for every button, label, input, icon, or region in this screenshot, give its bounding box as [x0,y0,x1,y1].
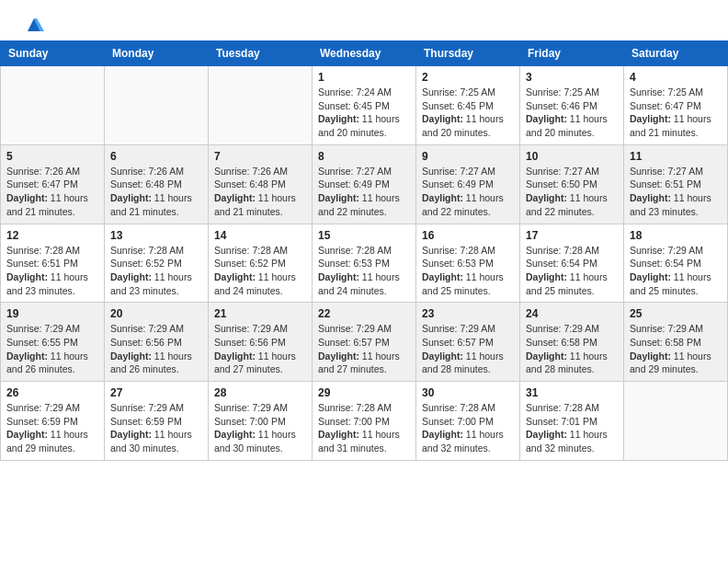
day-number: 5 [6,150,98,163]
day-number: 21 [214,307,306,320]
day-number: 31 [526,386,618,399]
calendar-cell: 31Sunrise: 7:28 AMSunset: 7:01 PMDayligh… [520,382,624,461]
day-number: 30 [422,386,514,399]
day-number: 15 [318,229,410,242]
day-number: 3 [526,71,618,84]
calendar-week-row: 26Sunrise: 7:29 AMSunset: 6:59 PMDayligh… [1,382,728,461]
day-info: Sunrise: 7:28 AMSunset: 6:53 PMDaylight:… [318,244,410,298]
day-info: Sunrise: 7:29 AMSunset: 6:54 PMDaylight:… [630,244,722,298]
day-info: Sunrise: 7:28 AMSunset: 6:52 PMDaylight:… [214,244,306,298]
day-info: Sunrise: 7:28 AMSunset: 7:00 PMDaylight:… [318,401,410,455]
day-info: Sunrise: 7:29 AMSunset: 6:56 PMDaylight:… [214,322,306,376]
calendar-cell: 5Sunrise: 7:26 AMSunset: 6:47 PMDaylight… [1,144,105,224]
day-number: 19 [6,307,98,320]
day-info: Sunrise: 7:25 AMSunset: 6:46 PMDaylight:… [526,86,618,140]
calendar-cell [1,66,105,145]
calendar-cell: 3Sunrise: 7:25 AMSunset: 6:46 PMDaylight… [520,66,624,145]
calendar-header-thursday: Thursday [416,41,520,66]
day-info: Sunrise: 7:28 AMSunset: 6:51 PMDaylight:… [6,244,98,298]
calendar-cell: 18Sunrise: 7:29 AMSunset: 6:54 PMDayligh… [624,224,728,303]
day-number: 14 [214,229,306,242]
calendar-cell: 19Sunrise: 7:29 AMSunset: 6:55 PMDayligh… [1,303,105,382]
calendar-week-row: 12Sunrise: 7:28 AMSunset: 6:51 PMDayligh… [1,224,728,303]
calendar-cell: 8Sunrise: 7:27 AMSunset: 6:49 PMDaylight… [313,144,416,224]
calendar-cell: 6Sunrise: 7:26 AMSunset: 6:48 PMDaylight… [105,144,209,224]
day-number: 6 [110,150,202,163]
day-number: 7 [214,150,306,163]
day-info: Sunrise: 7:25 AMSunset: 6:45 PMDaylight:… [422,86,514,140]
day-number: 20 [110,307,202,320]
calendar-page: SundayMondayTuesdayWednesdayThursdayFrid… [0,0,728,563]
day-number: 9 [422,150,514,163]
day-number: 25 [630,307,722,320]
day-number: 2 [422,71,514,84]
calendar-cell: 22Sunrise: 7:29 AMSunset: 6:57 PMDayligh… [313,303,416,382]
day-info: Sunrise: 7:24 AMSunset: 6:45 PMDaylight:… [318,86,410,140]
calendar-header-tuesday: Tuesday [209,41,313,66]
calendar-week-row: 19Sunrise: 7:29 AMSunset: 6:55 PMDayligh… [1,303,728,382]
calendar-cell: 24Sunrise: 7:29 AMSunset: 6:58 PMDayligh… [520,303,624,382]
calendar-cell: 30Sunrise: 7:28 AMSunset: 7:00 PMDayligh… [416,382,520,461]
calendar-cell: 11Sunrise: 7:27 AMSunset: 6:51 PMDayligh… [624,144,728,224]
day-info: Sunrise: 7:29 AMSunset: 7:00 PMDaylight:… [214,401,306,455]
calendar-cell: 26Sunrise: 7:29 AMSunset: 6:59 PMDayligh… [1,382,105,461]
day-number: 29 [318,386,410,399]
calendar-cell: 16Sunrise: 7:28 AMSunset: 6:53 PMDayligh… [416,224,520,303]
day-info: Sunrise: 7:29 AMSunset: 6:55 PMDaylight:… [6,322,98,376]
day-info: Sunrise: 7:29 AMSunset: 6:56 PMDaylight:… [110,322,202,376]
day-number: 18 [630,229,722,242]
calendar-week-row: 5Sunrise: 7:26 AMSunset: 6:47 PMDaylight… [1,144,728,224]
day-number: 17 [526,229,618,242]
calendar-cell: 1Sunrise: 7:24 AMSunset: 6:45 PMDaylight… [313,66,416,145]
day-info: Sunrise: 7:28 AMSunset: 7:01 PMDaylight:… [526,401,618,455]
day-info: Sunrise: 7:25 AMSunset: 6:47 PMDaylight:… [630,86,722,140]
day-info: Sunrise: 7:29 AMSunset: 6:58 PMDaylight:… [630,322,722,376]
day-number: 23 [422,307,514,320]
day-info: Sunrise: 7:29 AMSunset: 6:58 PMDaylight:… [526,322,618,376]
day-number: 4 [630,71,722,84]
day-number: 13 [110,229,202,242]
day-number: 27 [110,386,202,399]
day-info: Sunrise: 7:29 AMSunset: 6:57 PMDaylight:… [422,322,514,376]
calendar-cell: 17Sunrise: 7:28 AMSunset: 6:54 PMDayligh… [520,224,624,303]
day-info: Sunrise: 7:26 AMSunset: 6:47 PMDaylight:… [6,165,98,219]
calendar-cell: 23Sunrise: 7:29 AMSunset: 6:57 PMDayligh… [416,303,520,382]
calendar-header-row: SundayMondayTuesdayWednesdayThursdayFrid… [1,41,728,66]
calendar-cell: 10Sunrise: 7:27 AMSunset: 6:50 PMDayligh… [520,144,624,224]
calendar-cell: 29Sunrise: 7:28 AMSunset: 7:00 PMDayligh… [313,382,416,461]
day-info: Sunrise: 7:27 AMSunset: 6:51 PMDaylight:… [630,165,722,219]
day-info: Sunrise: 7:26 AMSunset: 6:48 PMDaylight:… [110,165,202,219]
calendar-cell: 4Sunrise: 7:25 AMSunset: 6:47 PMDaylight… [624,66,728,145]
day-info: Sunrise: 7:29 AMSunset: 6:59 PMDaylight:… [6,401,98,455]
calendar-cell: 27Sunrise: 7:29 AMSunset: 6:59 PMDayligh… [105,382,209,461]
day-number: 12 [6,229,98,242]
day-number: 16 [422,229,514,242]
day-number: 11 [630,150,722,163]
day-info: Sunrise: 7:29 AMSunset: 6:57 PMDaylight:… [318,322,410,376]
calendar-header-friday: Friday [520,41,624,66]
calendar-table: SundayMondayTuesdayWednesdayThursdayFrid… [0,40,728,461]
calendar-cell: 14Sunrise: 7:28 AMSunset: 6:52 PMDayligh… [209,224,313,303]
calendar-cell: 28Sunrise: 7:29 AMSunset: 7:00 PMDayligh… [209,382,313,461]
day-number: 28 [214,386,306,399]
day-info: Sunrise: 7:28 AMSunset: 6:53 PMDaylight:… [422,244,514,298]
calendar-week-row: 1Sunrise: 7:24 AMSunset: 6:45 PMDaylight… [1,66,728,145]
logo-icon [24,15,44,35]
calendar-cell: 7Sunrise: 7:26 AMSunset: 6:48 PMDaylight… [209,144,313,224]
calendar-cell [624,382,728,461]
day-number: 24 [526,307,618,320]
day-info: Sunrise: 7:27 AMSunset: 6:50 PMDaylight:… [526,165,618,219]
day-info: Sunrise: 7:26 AMSunset: 6:48 PMDaylight:… [214,165,306,219]
calendar-cell [105,66,209,145]
day-number: 10 [526,150,618,163]
day-number: 1 [318,71,410,84]
day-number: 22 [318,307,410,320]
day-info: Sunrise: 7:27 AMSunset: 6:49 PMDaylight:… [422,165,514,219]
calendar-header-saturday: Saturday [624,41,728,66]
calendar-cell: 21Sunrise: 7:29 AMSunset: 6:56 PMDayligh… [209,303,313,382]
calendar-cell: 13Sunrise: 7:28 AMSunset: 6:52 PMDayligh… [105,224,209,303]
logo [22,17,44,31]
calendar-header-wednesday: Wednesday [313,41,416,66]
calendar-header-monday: Monday [105,41,209,66]
calendar-cell: 9Sunrise: 7:27 AMSunset: 6:49 PMDaylight… [416,144,520,224]
